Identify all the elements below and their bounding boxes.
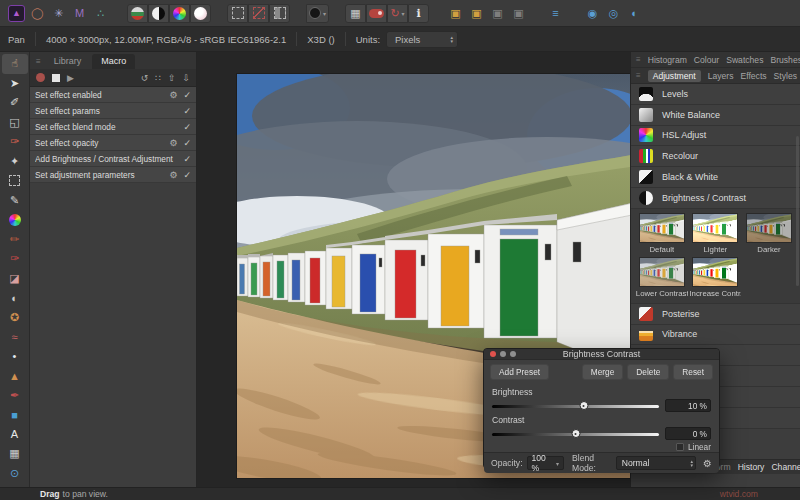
macro-step-row[interactable]: Set effect params✓ bbox=[30, 103, 196, 119]
preset-lower-contrast[interactable]: Lower Contrast bbox=[635, 257, 689, 298]
opacity-dropdown[interactable]: 100 % ▾ bbox=[527, 456, 564, 470]
colour-picker-tool[interactable]: ✐ bbox=[2, 93, 28, 113]
view-pan-tool[interactable]: ☝ bbox=[2, 54, 28, 74]
delete-button[interactable]: Delete bbox=[627, 364, 669, 380]
linear-checkbox[interactable] bbox=[676, 443, 684, 451]
auto-levels-button[interactable] bbox=[127, 4, 148, 23]
selection-brush-tool[interactable]: ✎ bbox=[2, 191, 28, 211]
tab-brushes[interactable]: Brushes bbox=[770, 55, 800, 65]
merge-button[interactable]: Merge bbox=[582, 364, 624, 380]
check-icon[interactable]: ✓ bbox=[183, 138, 191, 148]
macro-step-row[interactable]: Add Brightness / Contrast Adjustment✓ bbox=[30, 151, 196, 167]
tab-history[interactable]: History bbox=[738, 462, 765, 472]
liquify-persona-button[interactable]: M bbox=[69, 4, 90, 23]
adjustment-item-brightness-contrast[interactable]: Brightness / Contrast bbox=[631, 188, 800, 209]
brightness-slider[interactable] bbox=[492, 401, 659, 411]
auto-colour-button[interactable] bbox=[169, 4, 190, 23]
check-icon[interactable]: ✓ bbox=[183, 90, 191, 100]
contrast-value-field[interactable]: 0 % bbox=[665, 427, 711, 440]
boolean-subtract-button[interactable]: ◎ bbox=[603, 4, 624, 23]
boolean-divide-button[interactable]: ◐ bbox=[624, 4, 645, 23]
adjustment-item-hsl-adjust[interactable]: HSL Adjust bbox=[631, 126, 800, 147]
check-icon[interactable]: ✓ bbox=[183, 154, 191, 164]
units-dropdown[interactable]: Pixels ▴▾ bbox=[386, 31, 458, 48]
select-all-button[interactable] bbox=[227, 4, 248, 23]
affinity-photo-logo[interactable]: ▲ bbox=[6, 4, 27, 23]
crop-tool[interactable]: ◱ bbox=[2, 113, 28, 133]
boolean-add-button[interactable]: ◉ bbox=[582, 4, 603, 23]
tab-adjustment[interactable]: Adjustment bbox=[648, 70, 701, 82]
record-icon[interactable] bbox=[36, 73, 45, 82]
rotation-button[interactable]: ↻▾ bbox=[387, 4, 408, 23]
macro-step-row[interactable]: Set effect blend mode✓ bbox=[30, 119, 196, 135]
adjustment-item-black-white[interactable]: Black & White bbox=[631, 167, 800, 188]
tab-styles[interactable]: Styles bbox=[774, 71, 797, 81]
pen-tool[interactable]: ✒ bbox=[2, 386, 28, 406]
auto-contrast-button[interactable] bbox=[148, 4, 169, 23]
tab-macro[interactable]: Macro bbox=[92, 54, 135, 69]
gear-icon[interactable]: ⚙ bbox=[169, 170, 177, 180]
blend-mode-dropdown[interactable]: Normal ▴▾ bbox=[616, 456, 696, 470]
reset-button[interactable]: Reset bbox=[673, 364, 713, 380]
tab-layers[interactable]: Layers bbox=[708, 71, 734, 81]
move-forward-button[interactable]: ▣ bbox=[466, 4, 487, 23]
adjustment-item-recolour[interactable]: Recolour bbox=[631, 146, 800, 167]
quick-mask-button[interactable]: ▾ bbox=[306, 4, 329, 23]
mesh-warp-tool[interactable]: ▦ bbox=[2, 444, 28, 464]
close-icon[interactable] bbox=[490, 351, 496, 357]
dialog-titlebar[interactable]: Brightness Contrast bbox=[484, 349, 719, 360]
grid-button[interactable]: ▦ bbox=[345, 4, 366, 23]
adjustment-item-levels[interactable]: Levels bbox=[631, 84, 800, 105]
tone-mapping-persona-button[interactable]: ✳ bbox=[48, 4, 69, 23]
move-to-back-button[interactable]: ▣ bbox=[508, 4, 529, 23]
move-to-front-button[interactable]: ▣ bbox=[445, 4, 466, 23]
add-preset-button[interactable]: Add Preset bbox=[490, 364, 549, 380]
brightness-slider-thumb[interactable] bbox=[579, 401, 588, 410]
tab-swatches[interactable]: Swatches bbox=[726, 55, 763, 65]
blemish-removal-tool[interactable]: ✦ bbox=[2, 152, 28, 172]
scrollbar[interactable] bbox=[796, 136, 799, 286]
brightness-value-field[interactable]: 10 % bbox=[665, 399, 711, 412]
clone-stamp-tool[interactable]: ✪ bbox=[2, 308, 28, 328]
colour-replacement-tool[interactable]: ✑ bbox=[2, 249, 28, 269]
export-persona-button[interactable]: ∴ bbox=[90, 4, 111, 23]
preset-lighter[interactable]: Lighter bbox=[689, 213, 743, 254]
snapping-button[interactable] bbox=[366, 4, 387, 23]
check-icon[interactable]: ✓ bbox=[183, 106, 191, 116]
zoom-window-icon[interactable] bbox=[510, 351, 516, 357]
tab-histogram[interactable]: Histogram bbox=[648, 55, 687, 65]
dodge-brush-tool[interactable]: ◐ bbox=[2, 288, 28, 308]
tab-library[interactable]: Library bbox=[45, 54, 91, 69]
alignment-button[interactable]: ≡ bbox=[545, 4, 566, 23]
gear-icon[interactable]: ⚙ bbox=[703, 458, 712, 469]
gear-icon[interactable]: ⚙ bbox=[169, 138, 177, 148]
smudge-tool[interactable]: ≈ bbox=[2, 327, 28, 347]
adjustment-item-white-balance[interactable]: White Balance bbox=[631, 105, 800, 126]
move-backward-button[interactable]: ▣ bbox=[487, 4, 508, 23]
erase-brush-tool[interactable]: ◪ bbox=[2, 269, 28, 289]
preset-default[interactable]: Default bbox=[635, 213, 689, 254]
flood-select-tool[interactable] bbox=[2, 210, 28, 230]
tab-colour[interactable]: Colour bbox=[694, 55, 719, 65]
auto-white-balance-button[interactable] bbox=[190, 4, 211, 23]
contrast-slider-thumb[interactable] bbox=[571, 429, 580, 438]
paint-brush-tool[interactable]: ✏ bbox=[2, 230, 28, 250]
text-tool[interactable]: A bbox=[2, 425, 28, 445]
adjustment-item-vibrance[interactable]: Vibrance bbox=[631, 325, 800, 346]
check-icon[interactable]: ✓ bbox=[183, 170, 191, 180]
adjustment-item-posterise[interactable]: Posterise bbox=[631, 304, 800, 325]
tab-channels[interactable]: Channels bbox=[771, 462, 800, 472]
step-list-icon[interactable]: ∷ bbox=[155, 73, 161, 83]
macro-step-row[interactable]: Set effect opacity⚙✓ bbox=[30, 135, 196, 151]
deselect-button[interactable] bbox=[248, 4, 269, 23]
zoom-tool[interactable]: ⊙ bbox=[2, 464, 28, 484]
contrast-slider[interactable] bbox=[492, 429, 659, 439]
check-icon[interactable]: ✓ bbox=[183, 122, 191, 132]
play-icon[interactable]: ▶ bbox=[67, 73, 74, 83]
assistant-button[interactable]: ℹ bbox=[408, 4, 429, 23]
save-macro-icon[interactable]: ⇩ bbox=[182, 73, 190, 83]
reset-macro-icon[interactable]: ↺ bbox=[141, 73, 149, 83]
minimize-icon[interactable] bbox=[500, 351, 506, 357]
sharpen-tool[interactable]: ▲ bbox=[2, 366, 28, 386]
stop-icon[interactable] bbox=[52, 74, 60, 82]
